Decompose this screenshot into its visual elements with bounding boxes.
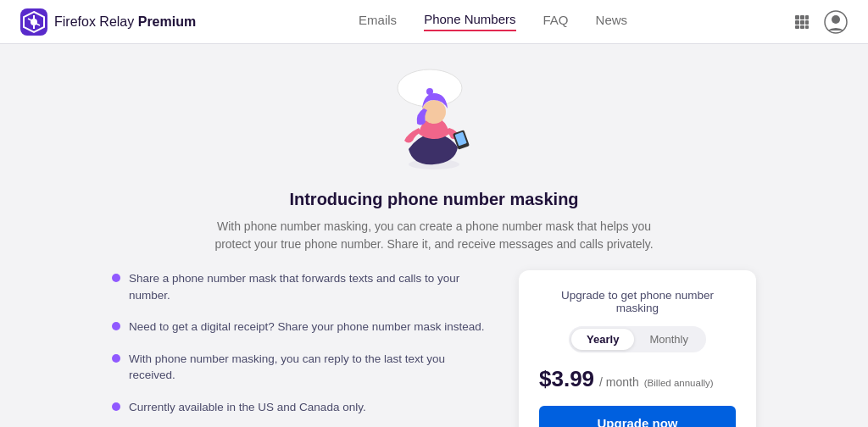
- feature-item-4: Currently available in the US and Canada…: [112, 399, 485, 416]
- bullet-icon-2: [112, 322, 120, 330]
- svg-rect-7: [795, 15, 799, 19]
- intro-title: Introducing phone number masking: [214, 190, 654, 209]
- svg-rect-8: [800, 15, 804, 19]
- monthly-toggle-button[interactable]: Monthly: [634, 329, 704, 350]
- svg-rect-10: [795, 20, 799, 25]
- svg-point-2: [31, 19, 37, 25]
- firefox-relay-logo: [20, 8, 47, 36]
- lower-section: Share a phone number mask that forwards …: [112, 270, 756, 427]
- bullet-icon-4: [112, 402, 120, 411]
- intro-section: Introducing phone number masking With ph…: [214, 190, 654, 253]
- svg-rect-9: [805, 15, 809, 19]
- bullet-icon-3: [112, 354, 120, 363]
- price-period: / month: [599, 375, 639, 389]
- illustration-area: [358, 64, 510, 183]
- upgrade-card: Upgrade to get phone number masking Year…: [519, 270, 756, 427]
- svg-rect-11: [800, 20, 804, 25]
- svg-rect-13: [795, 25, 799, 29]
- feature-item-3: With phone number masking, you can reply…: [112, 351, 485, 384]
- billed-note: (Billed annually): [644, 378, 714, 388]
- main-nav: Emails Phone Numbers FAQ News: [359, 12, 627, 31]
- bullet-icon-1: [112, 274, 120, 282]
- svg-rect-14: [800, 25, 804, 29]
- yearly-toggle-button[interactable]: Yearly: [571, 329, 634, 350]
- feature-item-2: Need to get a digital receipt? Share you…: [112, 319, 485, 336]
- app-header: Firefox Relay Premium Emails Phone Numbe…: [0, 0, 868, 44]
- feature-list: Share a phone number mask that forwards …: [112, 270, 485, 415]
- intro-description: With phone number masking, you can creat…: [214, 218, 654, 253]
- svg-rect-12: [805, 20, 809, 25]
- billing-toggle: Yearly Monthly: [569, 326, 706, 352]
- main-content: Introducing phone number masking With ph…: [0, 44, 868, 427]
- price-amount: $3.99: [539, 366, 594, 392]
- nav-news[interactable]: News: [596, 13, 628, 30]
- svg-point-17: [832, 15, 840, 24]
- nav-emails[interactable]: Emails: [359, 13, 397, 30]
- brand-name: Firefox Relay Premium: [54, 14, 196, 30]
- grid-icon[interactable]: [790, 10, 814, 34]
- svg-rect-15: [805, 25, 809, 29]
- feature-item-1: Share a phone number mask that forwards …: [112, 270, 485, 303]
- user-avatar-icon[interactable]: [824, 10, 848, 34]
- upgrade-now-button[interactable]: Upgrade now: [539, 406, 736, 427]
- brand-area: Firefox Relay Premium: [20, 8, 196, 36]
- nav-phone-numbers[interactable]: Phone Numbers: [424, 12, 515, 31]
- upgrade-card-title: Upgrade to get phone number masking: [539, 289, 736, 314]
- header-actions: [790, 10, 848, 34]
- nav-faq[interactable]: FAQ: [543, 13, 569, 30]
- price-display: $3.99 / month (Billed annually): [539, 366, 736, 392]
